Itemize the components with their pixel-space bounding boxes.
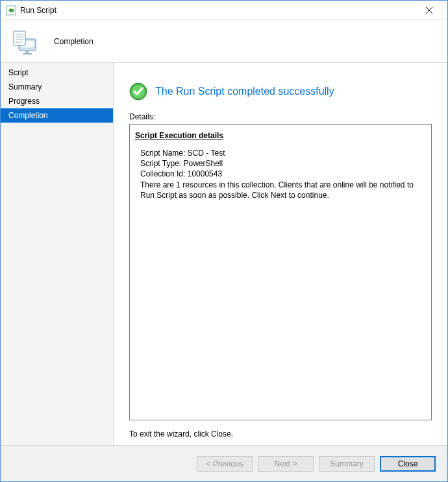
status-row: The Run Script completed successfully: [129, 82, 432, 101]
app-icon: [6, 5, 16, 16]
sidebar: Script Summary Progress Completion: [1, 63, 114, 445]
collection-id-line: Collection Id: 10000543: [140, 169, 426, 179]
resources-line: There are 1 resources in this collection…: [140, 180, 426, 200]
main-area: Script Summary Progress Completion The R…: [1, 63, 447, 445]
wizard-icon: [10, 26, 41, 57]
svg-rect-6: [25, 51, 29, 53]
footer: < Previous Next > Summary Close: [1, 445, 447, 481]
details-box: Script Execution details Script Name: SC…: [129, 124, 432, 420]
previous-button: < Previous: [197, 456, 253, 472]
sidebar-item-completion[interactable]: Completion: [1, 108, 113, 123]
status-text: The Run Script completed successfully: [155, 86, 334, 97]
details-heading: Script Execution details: [135, 131, 426, 140]
header-band: Completion: [1, 20, 447, 63]
summary-button: Summary: [319, 456, 375, 472]
svg-rect-8: [14, 31, 25, 45]
details-body: Script Name: SCD - Test Script Type: Pow…: [135, 148, 426, 200]
svg-rect-7: [23, 53, 32, 54]
exit-hint: To exit the wizard, click Close.: [129, 429, 432, 439]
window-title: Run Script: [20, 6, 416, 15]
sidebar-item-summary[interactable]: Summary: [1, 80, 113, 94]
sidebar-item-script[interactable]: Script: [1, 66, 113, 80]
details-label: Details:: [129, 112, 432, 121]
success-icon: [129, 82, 147, 101]
script-name-line: Script Name: SCD - Test: [140, 148, 426, 158]
next-button: Next >: [258, 456, 314, 472]
header-title: Completion: [54, 37, 93, 46]
close-window-button[interactable]: [416, 1, 442, 19]
close-button[interactable]: Close: [380, 456, 436, 472]
titlebar: Run Script: [1, 1, 447, 20]
sidebar-item-progress[interactable]: Progress: [1, 94, 113, 108]
script-type-line: Script Type: PowerShell: [140, 158, 426, 169]
content-area: The Run Script completed successfully De…: [114, 63, 447, 445]
